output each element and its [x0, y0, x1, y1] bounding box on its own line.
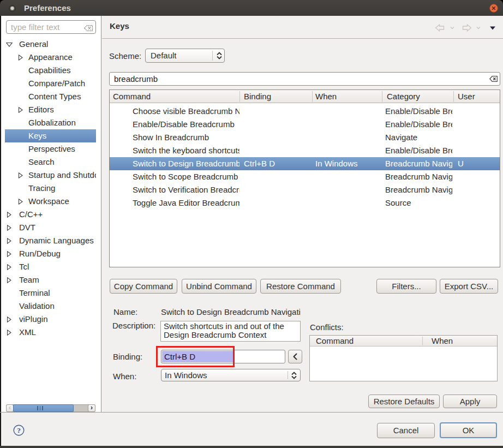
svg-text:?: ?	[17, 426, 21, 434]
